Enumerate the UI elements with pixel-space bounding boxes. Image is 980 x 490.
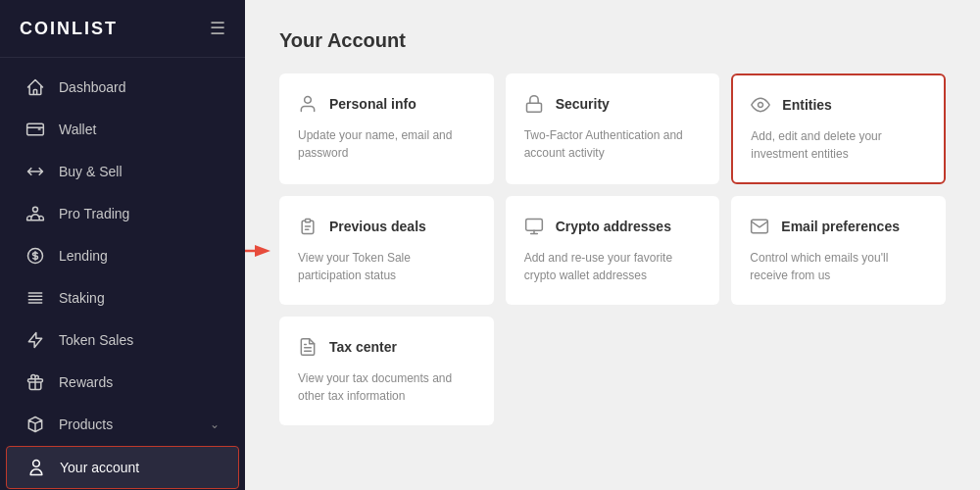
- card-crypto-addresses[interactable]: Crypto addresses Add and re-use your fav…: [506, 196, 720, 305]
- pro-trading-icon: [25, 204, 45, 223]
- page-title: Your Account: [279, 29, 946, 52]
- token-sales-icon: [25, 330, 45, 350]
- card-crypto-addresses-desc: Add and re-use your favorite crypto wall…: [524, 249, 702, 284]
- card-tax-center-header: Tax center: [298, 337, 475, 362]
- card-personal-info[interactable]: Personal info Update your name, email an…: [279, 74, 494, 184]
- card-security-header: Security: [524, 94, 702, 119]
- svg-point-3: [759, 103, 763, 108]
- card-personal-info-desc: Update your name, email and password: [298, 126, 475, 162]
- dashboard-icon: [25, 77, 45, 97]
- sidebar-item-token-sales-label: Token Sales: [59, 332, 133, 348]
- hamburger-icon[interactable]: ☰: [210, 18, 225, 39]
- sidebar-item-staking[interactable]: Staking: [6, 277, 239, 318]
- sidebar-item-wallet-label: Wallet: [59, 122, 96, 137]
- sidebar-item-pro-trading[interactable]: Pro Trading: [6, 193, 239, 234]
- card-previous-deals-header: Previous deals: [298, 217, 475, 241]
- sidebar-item-rewards[interactable]: Rewards: [6, 362, 239, 403]
- chevron-down-icon: ⌄: [210, 417, 220, 431]
- sidebar-item-staking-label: Staking: [59, 290, 105, 306]
- sidebar-item-lending[interactable]: Lending: [6, 235, 239, 276]
- card-personal-info-title: Personal info: [329, 96, 416, 112]
- security-icon: [524, 94, 544, 119]
- card-email-preferences-header: Email preferences: [750, 217, 927, 241]
- card-entities[interactable]: Entities Add, edit and delete your inves…: [731, 74, 946, 184]
- sidebar-item-your-account[interactable]: Your account: [6, 446, 239, 489]
- arrow-indicator: [245, 239, 270, 263]
- previous-deals-icon: [298, 217, 318, 241]
- card-tax-center-title: Tax center: [329, 339, 397, 355]
- card-entities-header: Entities: [751, 95, 926, 120]
- entities-icon: [751, 95, 770, 120]
- lending-icon: [25, 246, 45, 266]
- svg-rect-6: [306, 220, 311, 222]
- card-security-desc: Two-Factor Authentication and account ac…: [524, 126, 702, 162]
- sidebar-item-your-account-label: Your account: [60, 460, 139, 475]
- svg-rect-0: [27, 123, 44, 135]
- card-entities-desc: Add, edit and delete your investment ent…: [751, 127, 926, 163]
- sidebar-item-wallet[interactable]: Wallet: [6, 109, 239, 150]
- svg-point-1: [305, 97, 312, 104]
- sidebar-nav: Dashboard Wallet Buy & Sell Pro Trading: [0, 58, 245, 490]
- sidebar-item-dashboard-label: Dashboard: [59, 79, 126, 95]
- card-previous-deals[interactable]: Previous deals View your Token Sale part…: [279, 196, 494, 305]
- sidebar-item-buy-sell[interactable]: Buy & Sell: [6, 151, 239, 192]
- products-icon: [25, 415, 45, 434]
- card-crypto-addresses-title: Crypto addresses: [556, 219, 671, 234]
- wallet-icon: [25, 120, 45, 139]
- rewards-icon: [25, 372, 45, 392]
- card-email-preferences-desc: Control which emails you'll receive from…: [750, 249, 927, 284]
- sidebar-item-products-label: Products: [59, 416, 113, 432]
- sidebar: COINLIST ☰ Dashboard Wallet Buy & Sell: [0, 0, 245, 490]
- card-crypto-addresses-header: Crypto addresses: [524, 217, 702, 241]
- buy-sell-icon: [25, 162, 45, 181]
- card-tax-center-desc: View your tax documents and other tax in…: [298, 369, 475, 405]
- svg-rect-2: [526, 103, 541, 112]
- sidebar-item-dashboard[interactable]: Dashboard: [6, 67, 239, 108]
- account-icon: [26, 458, 46, 477]
- card-security[interactable]: Security Two-Factor Authentication and a…: [506, 74, 720, 184]
- svg-marker-5: [255, 245, 270, 257]
- card-previous-deals-title: Previous deals: [329, 219, 426, 234]
- tax-center-icon: [298, 337, 318, 362]
- sidebar-item-token-sales[interactable]: Token Sales: [6, 319, 239, 361]
- card-personal-info-header: Personal info: [298, 94, 475, 119]
- sidebar-item-products[interactable]: Products ⌄: [6, 404, 239, 445]
- card-tax-center[interactable]: Tax center View your tax documents and o…: [279, 317, 494, 425]
- svg-rect-7: [525, 220, 542, 231]
- card-entities-title: Entities: [782, 97, 832, 113]
- personal-info-icon: [298, 94, 318, 119]
- sidebar-item-rewards-label: Rewards: [59, 374, 113, 390]
- crypto-addresses-icon: [524, 217, 544, 241]
- card-email-preferences[interactable]: Email preferences Control which emails y…: [731, 196, 946, 305]
- account-cards-grid: Personal info Update your name, email an…: [279, 74, 946, 425]
- sidebar-item-lending-label: Lending: [59, 248, 108, 264]
- card-email-preferences-title: Email preferences: [781, 219, 900, 234]
- sidebar-item-buy-sell-label: Buy & Sell: [59, 164, 122, 179]
- logo: COINLIST: [20, 19, 118, 39]
- card-security-title: Security: [556, 96, 610, 112]
- main-content: Your Account Personal info Update your n…: [245, 0, 980, 490]
- email-preferences-icon: [750, 217, 769, 241]
- sidebar-header: COINLIST ☰: [0, 0, 245, 58]
- sidebar-item-pro-trading-label: Pro Trading: [59, 206, 129, 221]
- card-previous-deals-desc: View your Token Sale participation statu…: [298, 249, 475, 284]
- staking-icon: [25, 288, 45, 308]
